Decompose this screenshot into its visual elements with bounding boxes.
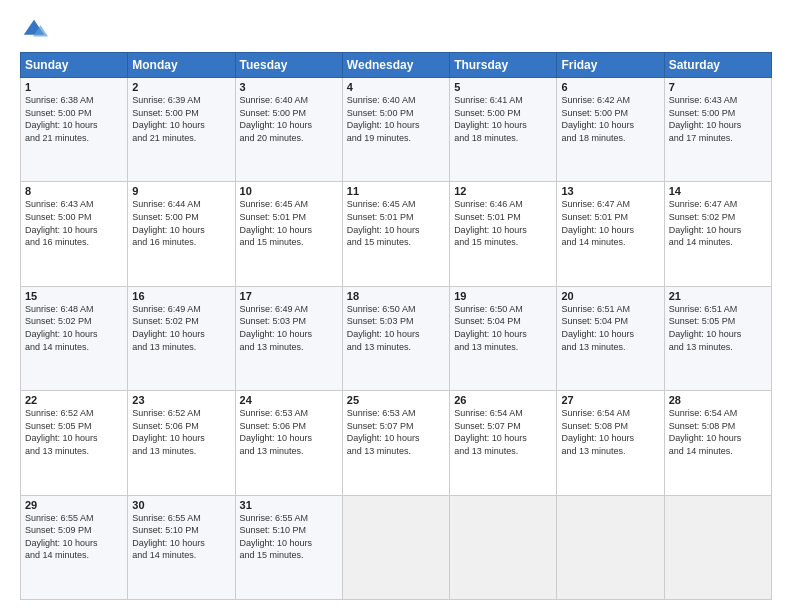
day-number: 27 bbox=[561, 394, 659, 406]
calendar-cell: 4Sunrise: 6:40 AM Sunset: 5:00 PM Daylig… bbox=[342, 78, 449, 182]
day-number: 4 bbox=[347, 81, 445, 93]
day-info: Sunrise: 6:53 AM Sunset: 5:07 PM Dayligh… bbox=[347, 407, 445, 457]
day-number: 20 bbox=[561, 290, 659, 302]
day-info: Sunrise: 6:43 AM Sunset: 5:00 PM Dayligh… bbox=[669, 94, 767, 144]
calendar-header-row: SundayMondayTuesdayWednesdayThursdayFrid… bbox=[21, 53, 772, 78]
day-info: Sunrise: 6:55 AM Sunset: 5:10 PM Dayligh… bbox=[240, 512, 338, 562]
calendar-cell: 8Sunrise: 6:43 AM Sunset: 5:00 PM Daylig… bbox=[21, 182, 128, 286]
calendar-cell: 26Sunrise: 6:54 AM Sunset: 5:07 PM Dayli… bbox=[450, 391, 557, 495]
calendar-cell bbox=[450, 495, 557, 599]
day-number: 6 bbox=[561, 81, 659, 93]
calendar-cell: 12Sunrise: 6:46 AM Sunset: 5:01 PM Dayli… bbox=[450, 182, 557, 286]
day-number: 21 bbox=[669, 290, 767, 302]
calendar-cell: 21Sunrise: 6:51 AM Sunset: 5:05 PM Dayli… bbox=[664, 286, 771, 390]
day-number: 10 bbox=[240, 185, 338, 197]
day-info: Sunrise: 6:55 AM Sunset: 5:10 PM Dayligh… bbox=[132, 512, 230, 562]
calendar-cell: 6Sunrise: 6:42 AM Sunset: 5:00 PM Daylig… bbox=[557, 78, 664, 182]
logo-icon bbox=[20, 16, 48, 44]
day-number: 12 bbox=[454, 185, 552, 197]
day-info: Sunrise: 6:47 AM Sunset: 5:01 PM Dayligh… bbox=[561, 198, 659, 248]
calendar-header-wednesday: Wednesday bbox=[342, 53, 449, 78]
calendar-cell: 16Sunrise: 6:49 AM Sunset: 5:02 PM Dayli… bbox=[128, 286, 235, 390]
calendar-week-row: 15Sunrise: 6:48 AM Sunset: 5:02 PM Dayli… bbox=[21, 286, 772, 390]
day-number: 3 bbox=[240, 81, 338, 93]
day-info: Sunrise: 6:47 AM Sunset: 5:02 PM Dayligh… bbox=[669, 198, 767, 248]
calendar-cell: 31Sunrise: 6:55 AM Sunset: 5:10 PM Dayli… bbox=[235, 495, 342, 599]
calendar-header-saturday: Saturday bbox=[664, 53, 771, 78]
calendar-cell: 2Sunrise: 6:39 AM Sunset: 5:00 PM Daylig… bbox=[128, 78, 235, 182]
calendar-cell: 28Sunrise: 6:54 AM Sunset: 5:08 PM Dayli… bbox=[664, 391, 771, 495]
day-number: 1 bbox=[25, 81, 123, 93]
header bbox=[20, 16, 772, 44]
day-info: Sunrise: 6:54 AM Sunset: 5:07 PM Dayligh… bbox=[454, 407, 552, 457]
day-info: Sunrise: 6:43 AM Sunset: 5:00 PM Dayligh… bbox=[25, 198, 123, 248]
calendar-cell bbox=[664, 495, 771, 599]
day-number: 16 bbox=[132, 290, 230, 302]
day-info: Sunrise: 6:51 AM Sunset: 5:05 PM Dayligh… bbox=[669, 303, 767, 353]
calendar-cell: 20Sunrise: 6:51 AM Sunset: 5:04 PM Dayli… bbox=[557, 286, 664, 390]
calendar-header-thursday: Thursday bbox=[450, 53, 557, 78]
day-info: Sunrise: 6:52 AM Sunset: 5:05 PM Dayligh… bbox=[25, 407, 123, 457]
day-number: 18 bbox=[347, 290, 445, 302]
day-number: 30 bbox=[132, 499, 230, 511]
day-info: Sunrise: 6:54 AM Sunset: 5:08 PM Dayligh… bbox=[669, 407, 767, 457]
day-info: Sunrise: 6:44 AM Sunset: 5:00 PM Dayligh… bbox=[132, 198, 230, 248]
calendar-header-friday: Friday bbox=[557, 53, 664, 78]
calendar-cell: 25Sunrise: 6:53 AM Sunset: 5:07 PM Dayli… bbox=[342, 391, 449, 495]
day-number: 23 bbox=[132, 394, 230, 406]
day-number: 26 bbox=[454, 394, 552, 406]
day-number: 24 bbox=[240, 394, 338, 406]
day-info: Sunrise: 6:39 AM Sunset: 5:00 PM Dayligh… bbox=[132, 94, 230, 144]
day-info: Sunrise: 6:38 AM Sunset: 5:00 PM Dayligh… bbox=[25, 94, 123, 144]
page: SundayMondayTuesdayWednesdayThursdayFrid… bbox=[0, 0, 792, 612]
day-info: Sunrise: 6:42 AM Sunset: 5:00 PM Dayligh… bbox=[561, 94, 659, 144]
calendar-week-row: 29Sunrise: 6:55 AM Sunset: 5:09 PM Dayli… bbox=[21, 495, 772, 599]
day-number: 8 bbox=[25, 185, 123, 197]
day-number: 5 bbox=[454, 81, 552, 93]
day-info: Sunrise: 6:54 AM Sunset: 5:08 PM Dayligh… bbox=[561, 407, 659, 457]
calendar-cell: 14Sunrise: 6:47 AM Sunset: 5:02 PM Dayli… bbox=[664, 182, 771, 286]
day-number: 13 bbox=[561, 185, 659, 197]
day-number: 15 bbox=[25, 290, 123, 302]
day-info: Sunrise: 6:52 AM Sunset: 5:06 PM Dayligh… bbox=[132, 407, 230, 457]
day-info: Sunrise: 6:40 AM Sunset: 5:00 PM Dayligh… bbox=[240, 94, 338, 144]
calendar-cell: 9Sunrise: 6:44 AM Sunset: 5:00 PM Daylig… bbox=[128, 182, 235, 286]
calendar-cell bbox=[342, 495, 449, 599]
calendar-cell: 11Sunrise: 6:45 AM Sunset: 5:01 PM Dayli… bbox=[342, 182, 449, 286]
calendar-cell: 24Sunrise: 6:53 AM Sunset: 5:06 PM Dayli… bbox=[235, 391, 342, 495]
calendar-cell: 10Sunrise: 6:45 AM Sunset: 5:01 PM Dayli… bbox=[235, 182, 342, 286]
day-info: Sunrise: 6:50 AM Sunset: 5:04 PM Dayligh… bbox=[454, 303, 552, 353]
calendar-cell: 13Sunrise: 6:47 AM Sunset: 5:01 PM Dayli… bbox=[557, 182, 664, 286]
calendar-week-row: 8Sunrise: 6:43 AM Sunset: 5:00 PM Daylig… bbox=[21, 182, 772, 286]
day-number: 22 bbox=[25, 394, 123, 406]
calendar-table: SundayMondayTuesdayWednesdayThursdayFrid… bbox=[20, 52, 772, 600]
day-info: Sunrise: 6:48 AM Sunset: 5:02 PM Dayligh… bbox=[25, 303, 123, 353]
calendar-cell: 5Sunrise: 6:41 AM Sunset: 5:00 PM Daylig… bbox=[450, 78, 557, 182]
day-info: Sunrise: 6:49 AM Sunset: 5:02 PM Dayligh… bbox=[132, 303, 230, 353]
day-number: 14 bbox=[669, 185, 767, 197]
calendar-week-row: 22Sunrise: 6:52 AM Sunset: 5:05 PM Dayli… bbox=[21, 391, 772, 495]
day-info: Sunrise: 6:41 AM Sunset: 5:00 PM Dayligh… bbox=[454, 94, 552, 144]
calendar-cell: 30Sunrise: 6:55 AM Sunset: 5:10 PM Dayli… bbox=[128, 495, 235, 599]
calendar-cell bbox=[557, 495, 664, 599]
day-number: 31 bbox=[240, 499, 338, 511]
calendar-cell: 15Sunrise: 6:48 AM Sunset: 5:02 PM Dayli… bbox=[21, 286, 128, 390]
day-number: 25 bbox=[347, 394, 445, 406]
day-info: Sunrise: 6:45 AM Sunset: 5:01 PM Dayligh… bbox=[347, 198, 445, 248]
day-info: Sunrise: 6:45 AM Sunset: 5:01 PM Dayligh… bbox=[240, 198, 338, 248]
day-info: Sunrise: 6:51 AM Sunset: 5:04 PM Dayligh… bbox=[561, 303, 659, 353]
logo bbox=[20, 16, 52, 44]
calendar-cell: 18Sunrise: 6:50 AM Sunset: 5:03 PM Dayli… bbox=[342, 286, 449, 390]
day-number: 7 bbox=[669, 81, 767, 93]
calendar-cell: 27Sunrise: 6:54 AM Sunset: 5:08 PM Dayli… bbox=[557, 391, 664, 495]
calendar-cell: 19Sunrise: 6:50 AM Sunset: 5:04 PM Dayli… bbox=[450, 286, 557, 390]
day-number: 29 bbox=[25, 499, 123, 511]
calendar-header-tuesday: Tuesday bbox=[235, 53, 342, 78]
calendar-cell: 7Sunrise: 6:43 AM Sunset: 5:00 PM Daylig… bbox=[664, 78, 771, 182]
day-number: 11 bbox=[347, 185, 445, 197]
day-number: 17 bbox=[240, 290, 338, 302]
day-info: Sunrise: 6:46 AM Sunset: 5:01 PM Dayligh… bbox=[454, 198, 552, 248]
day-number: 9 bbox=[132, 185, 230, 197]
day-info: Sunrise: 6:53 AM Sunset: 5:06 PM Dayligh… bbox=[240, 407, 338, 457]
day-number: 28 bbox=[669, 394, 767, 406]
